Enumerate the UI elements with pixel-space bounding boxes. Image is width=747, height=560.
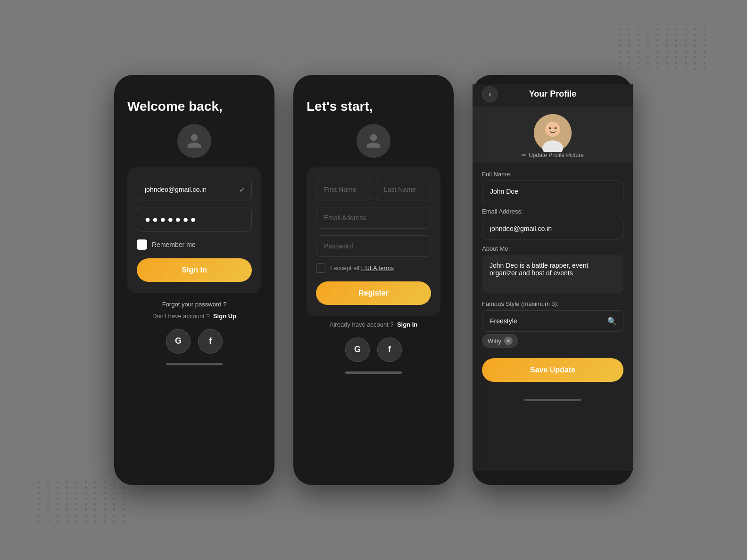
search-icon: 🔍	[607, 317, 617, 326]
full-name-input[interactable]	[482, 181, 623, 202]
home-indicator	[166, 363, 223, 365]
avatar-section: ✏ Update Profile Picture	[473, 107, 633, 163]
style-search-wrapper: 🔍	[482, 310, 623, 332]
facebook-register-button[interactable]: f	[377, 338, 402, 362]
forgot-password-link[interactable]: Forgot your password ?	[162, 301, 227, 308]
eula-text: I accept all EULA terms	[330, 264, 394, 272]
remember-row: Remember me	[137, 239, 252, 250]
register-form-card: I accept all EULA terms Register	[307, 167, 440, 316]
witty-tag: Witty ✕	[482, 334, 518, 348]
about-me-label: About Me:	[482, 245, 623, 252]
no-account-text: Don't have account ? Sign Up	[152, 313, 236, 320]
email-register-input[interactable]	[316, 207, 431, 229]
back-icon: ‹	[489, 90, 491, 99]
eula-link[interactable]: EULA terms	[361, 264, 394, 272]
signin-avatar	[177, 124, 211, 158]
email-address-label: Email Address:	[482, 208, 623, 215]
email-address-input[interactable]	[482, 218, 623, 239]
style-search-input[interactable]	[482, 310, 623, 332]
facebook-signin-button[interactable]: f	[198, 329, 223, 354]
profile-body: ✏ Update Profile Picture Full Name: Emai…	[473, 107, 633, 471]
email-address-group: Email Address:	[482, 208, 623, 239]
svg-point-1	[545, 122, 560, 137]
remember-label: Remember me	[152, 241, 196, 248]
tag-close-button[interactable]: ✕	[504, 337, 513, 345]
eula-checkbox[interactable]	[316, 264, 325, 273]
profile-avatar-image	[534, 114, 572, 152]
home-indicator-profile	[524, 399, 581, 401]
email-input-wrapper: ✓	[137, 179, 252, 200]
full-name-group: Full Name:	[482, 171, 623, 202]
register-button[interactable]: Register	[316, 281, 431, 305]
first-name-input[interactable]	[316, 179, 371, 200]
have-account-text: Already have account ? Sign In	[330, 321, 417, 328]
google-register-button[interactable]: G	[345, 338, 370, 362]
remember-checkbox[interactable]	[137, 239, 147, 250]
password-register-input[interactable]	[316, 235, 431, 257]
pencil-icon: ✏	[522, 152, 526, 158]
no-account-label: Don't have account ?	[152, 313, 210, 320]
have-account-label: Already have account ?	[330, 321, 394, 328]
famous-style-label: Famous Style (maximum 3):	[482, 300, 623, 307]
name-row	[316, 179, 431, 200]
dot-decoration-top-right: (function() { const dp = document.queryS…	[619, 28, 709, 70]
signin-form-card: ✓ ●●●●●●● Remember me Sign In	[127, 167, 261, 293]
password-display: ●●●●●●●	[137, 207, 252, 232]
svg-point-3	[549, 127, 551, 129]
back-button[interactable]: ‹	[482, 86, 498, 102]
profile-header: ‹ Your Profile	[473, 84, 633, 107]
email-input[interactable]	[137, 179, 252, 200]
signin-button[interactable]: Sign In	[137, 258, 252, 282]
eula-row: I accept all EULA terms	[316, 264, 431, 273]
profile-form: Full Name: Email Address: About Me: John…	[482, 163, 623, 389]
home-indicator-register	[345, 371, 402, 374]
full-name-label: Full Name:	[482, 171, 623, 178]
dot-decoration-bottom-left: (function() { const dp = document.queryS…	[38, 481, 128, 522]
user-icon-register	[365, 132, 382, 149]
social-buttons: G f	[166, 329, 223, 354]
save-update-button[interactable]: Save Update	[482, 358, 623, 382]
signin-link[interactable]: Sign In	[397, 321, 417, 328]
about-me-input[interactable]: John Deo is a battle rapper, event organ…	[482, 255, 623, 293]
signin-phone: Welcome back, ✓ ●●●●●●● Remember me Sign…	[114, 75, 274, 485]
profile-phone: ‹ Your Profile	[473, 75, 633, 485]
svg-point-4	[555, 127, 556, 129]
register-title: Let's start,	[307, 99, 373, 115]
google-signin-button[interactable]: G	[166, 329, 191, 354]
signin-title: Welcome back,	[127, 99, 223, 115]
last-name-input[interactable]	[376, 179, 431, 200]
social-buttons-register: G f	[345, 338, 402, 362]
register-phone: Let's start, I accept all EULA terms Reg…	[293, 75, 454, 485]
profile-title: Your Profile	[529, 89, 577, 99]
famous-style-group: Famous Style (maximum 3): 🔍 Witty ✕	[482, 300, 623, 348]
avatar-svg	[534, 114, 572, 152]
tag-row: Witty ✕	[482, 334, 623, 348]
update-picture-link[interactable]: ✏ Update Profile Picture	[522, 152, 584, 158]
about-me-group: About Me: John Deo is a battle rapper, e…	[482, 245, 623, 295]
register-avatar	[357, 124, 390, 158]
verified-icon: ✓	[239, 185, 245, 194]
signup-link[interactable]: Sign Up	[213, 313, 236, 320]
user-icon	[186, 132, 203, 149]
tag-label: Witty	[488, 338, 501, 345]
